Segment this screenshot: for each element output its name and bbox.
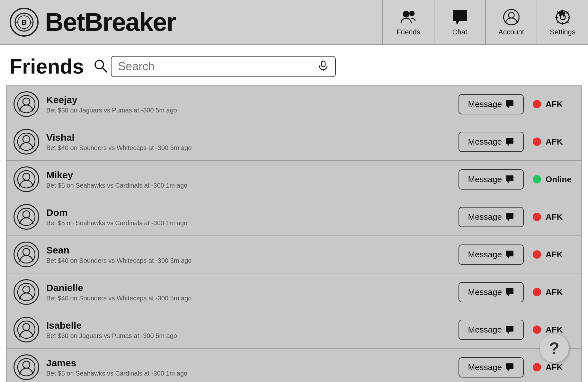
friend-name: Mikey [46,170,459,181]
svg-marker-27 [507,144,510,146]
list-item: Dom Bet $5 on Seahawks vs Cardinals at -… [7,198,581,236]
avatar [13,91,39,117]
svg-rect-42 [506,288,513,294]
avatar [13,242,39,267]
search-icon [94,59,108,74]
friends-list: Keejay Bet $30 on Jaguars vs Pumas at -3… [6,85,582,382]
search-box[interactable] [111,56,336,77]
chat-icon [451,8,469,26]
svg-point-36 [23,248,30,255]
svg-text:B: B [22,18,27,26]
nav-account[interactable]: Account [485,0,537,44]
friend-activity: Bet $30 on Jaguars vs Pumas at -300 5m a… [46,107,459,114]
message-icon [505,212,514,221]
logo-area: B BetBreaker [0,8,185,37]
friend-info: Mikey Bet $5 on Seahawks vs Cardinals at… [46,170,459,189]
avatar [13,166,39,192]
friend-activity: Bet $30 on Jaguars vs Pumas at -300 5m a… [46,332,459,340]
friend-activity: Bet $40 on Sounders vs Whitecaps at -300… [46,295,459,302]
svg-rect-26 [506,138,513,144]
status-label: AFK [546,250,575,260]
list-item: Isabelle Bet $30 on Jaguars vs Pumas at … [7,311,581,349]
svg-marker-35 [507,219,510,221]
svg-rect-38 [506,251,513,256]
status-dot [533,213,541,221]
nav-chat-label: Chat [452,28,467,36]
message-button[interactable]: Message [459,94,524,114]
message-icon [505,288,514,297]
message-button[interactable]: Message [459,357,524,378]
avatar [13,317,39,342]
friend-info: Isabelle Bet $30 on Jaguars vs Pumas at … [46,320,459,340]
status-dot [533,325,541,334]
page-title: Friends [10,55,84,78]
svg-rect-46 [506,326,513,332]
list-item: Mikey Bet $5 on Seahawks vs Cardinals at… [7,161,581,198]
svg-point-24 [23,136,30,143]
friend-info: Dom Bet $5 on Seahawks vs Cardinals at -… [46,207,459,227]
message-button[interactable]: Message [459,132,524,152]
search-input[interactable] [118,60,315,73]
friends-icon [400,8,417,26]
friend-name: Dom [46,207,459,218]
app-title: BetBreaker [45,9,176,35]
message-button[interactable]: Message [459,207,524,227]
svg-rect-34 [506,213,513,219]
friend-name: James [46,358,459,369]
svg-point-28 [23,173,30,180]
status-dot [533,250,541,259]
avatar [13,129,39,155]
status-dot [533,363,541,371]
status-dot [533,288,541,296]
svg-rect-17 [321,61,325,67]
message-button[interactable]: Message [459,282,524,302]
status-label: AFK [546,212,575,222]
friend-info: James Bet $5 on Seahawks vs Cardinals at… [46,358,459,377]
svg-point-7 [403,11,409,17]
svg-point-44 [23,324,30,331]
svg-marker-31 [507,181,510,183]
nav-settings-label: Settings [550,28,575,36]
status-label: Online [546,174,575,184]
friend-name: Danielle [46,282,459,293]
status-label: AFK [546,137,575,147]
message-button[interactable]: Message [459,244,524,265]
settings-icon [554,8,572,26]
list-item: James Bet $5 on Seahawks vs Cardinals at… [7,349,581,382]
svg-point-20 [23,98,30,105]
message-button[interactable]: Message [459,320,524,340]
svg-point-12 [508,12,514,18]
svg-point-40 [23,286,30,293]
account-icon [503,8,520,26]
nav-account-label: Account [498,28,524,36]
friend-activity: Bet $40 on Sounders vs Whitecaps at -300… [46,257,459,264]
avatar [13,204,39,230]
logo-icon: B [10,8,39,37]
nav-settings[interactable]: Settings [537,0,588,44]
friend-activity: Bet $5 on Seahawks vs Cardinals at -300 … [46,370,459,377]
friend-name: Isabelle [46,320,459,331]
status-dot [533,100,541,108]
list-item: Sean Bet $40 on Sounders vs Whitecaps at… [7,236,581,273]
friend-activity: Bet $5 on Seahawks vs Cardinals at -300 … [46,219,459,227]
message-icon [505,325,514,334]
svg-marker-51 [507,369,510,371]
status-dot [533,175,541,183]
svg-point-8 [410,11,414,16]
friend-info: Danielle Bet $40 on Sounders vs Whitecap… [46,282,459,302]
help-button[interactable]: ? [540,334,569,363]
avatar [13,354,39,380]
friend-name: Keejay [46,94,459,105]
status-label: AFK [546,362,575,372]
message-icon [505,250,514,259]
friend-info: Vishal Bet $40 on Sounders vs Whitecaps … [46,132,459,152]
nav-chat[interactable]: Chat [434,0,485,44]
nav-friends[interactable]: Friends [382,0,434,44]
svg-point-48 [23,361,30,368]
friend-name: Vishal [46,132,459,143]
friend-name: Sean [46,245,459,256]
message-button[interactable]: Message [459,169,524,190]
message-icon [505,175,514,184]
svg-marker-10 [456,21,459,25]
app-header: B BetBreaker Friends C [0,0,588,45]
